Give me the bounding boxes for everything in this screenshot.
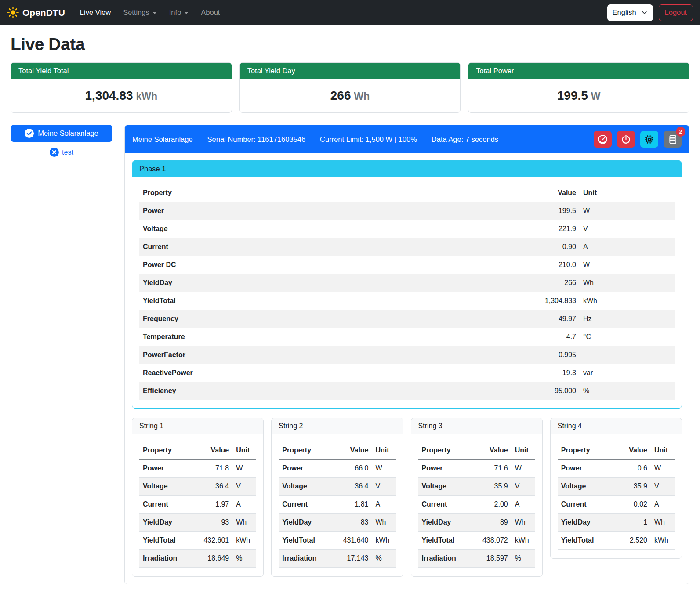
- page-title: Live Data: [11, 35, 689, 54]
- property-cell: Power: [139, 202, 522, 220]
- value-cell: 0.995: [522, 346, 580, 364]
- unit-cell: %: [372, 550, 396, 568]
- total-yield-total-card: Total Yield Total 1,304.83kWh: [11, 62, 232, 113]
- unit-cell: W: [580, 202, 675, 220]
- card-title: Total Yield Day: [240, 63, 461, 79]
- table-row: YieldDay266Wh: [139, 274, 675, 292]
- string-body: Property Value Unit Power66.0WVoltage36.…: [272, 434, 403, 576]
- unit-cell: [580, 346, 675, 364]
- power-icon: [621, 134, 631, 145]
- card-body: 266Wh: [240, 79, 461, 112]
- property-cell: YieldDay: [139, 514, 192, 532]
- table-row: Voltage36.4V: [279, 478, 395, 496]
- value-cell: 1.81: [332, 496, 372, 514]
- card-value: 266: [330, 89, 351, 102]
- table-row: Current0.02A: [558, 496, 675, 514]
- column-value: Value: [192, 441, 232, 460]
- logout-button[interactable]: Logout: [659, 4, 693, 21]
- property-cell: YieldDay: [279, 514, 331, 532]
- string-body: Property Value Unit Power0.6WVoltage35.9…: [551, 434, 682, 558]
- unit-cell: kWh: [580, 292, 675, 310]
- phase-card: Phase 1 Property Value Unit Power199.5WV…: [132, 160, 682, 409]
- table-row: Voltage36.4V: [139, 478, 256, 496]
- value-cell: 93: [192, 514, 232, 532]
- value-cell: 4.7: [522, 328, 580, 346]
- card-unit: Wh: [354, 90, 370, 102]
- journal-text-icon: [667, 134, 678, 145]
- phase-table: Property Value Unit Power199.5WVoltage22…: [139, 184, 675, 400]
- property-cell: Voltage: [558, 478, 610, 496]
- table-row: YieldDay1Wh: [558, 514, 675, 532]
- nav-item-live-view[interactable]: Live View: [75, 5, 116, 20]
- nav-item-label: About: [201, 8, 220, 17]
- property-cell: Temperature: [139, 328, 522, 346]
- table-row: Frequency49.97Hz: [139, 310, 675, 328]
- unit-cell: Wh: [511, 514, 535, 532]
- unit-cell: V: [372, 478, 396, 496]
- value-cell: 2.520: [610, 532, 651, 550]
- value-cell: 0.02: [610, 496, 651, 514]
- value-cell: 0.6: [610, 460, 651, 478]
- string-title: String 1: [132, 418, 263, 434]
- value-cell: 66.0: [332, 460, 372, 478]
- inverter-button-selected[interactable]: Meine Solaranlage: [11, 125, 112, 142]
- unit-cell: V: [232, 478, 256, 496]
- value-cell: 35.9: [610, 478, 651, 496]
- inverter-button-test[interactable]: test: [47, 147, 76, 157]
- inverter-button-label: Meine Solaranlage: [38, 129, 98, 137]
- card-value: 1,304.83: [85, 89, 133, 102]
- table-row: YieldTotal2.520kWh: [558, 532, 675, 550]
- property-cell: Power: [139, 460, 192, 478]
- power-toggle-button[interactable]: [617, 131, 635, 148]
- table-row: Power71.8W: [139, 460, 256, 478]
- value-cell: 199.5: [522, 202, 580, 220]
- page-content: Live Data Total Yield Total 1,304.83kWh …: [0, 25, 700, 591]
- unit-cell: kWh: [372, 532, 396, 550]
- limit-settings-button[interactable]: [594, 131, 612, 148]
- string-title: String 2: [272, 418, 403, 434]
- table-row: YieldTotal432.601kWh: [139, 532, 256, 550]
- inverter-limit: Current Limit: 1,500 W | 100%: [320, 135, 417, 144]
- unit-cell: W: [511, 460, 535, 478]
- property-cell: Current: [139, 496, 192, 514]
- property-cell: Irradiation: [279, 550, 331, 568]
- event-log-button[interactable]: 2: [664, 131, 682, 148]
- language-select[interactable]: English: [607, 4, 653, 21]
- unit-cell: A: [232, 496, 256, 514]
- unit-cell: W: [651, 460, 675, 478]
- table-row: YieldTotal438.072kWh: [418, 532, 535, 550]
- table-row: YieldTotal1,304.833kWh: [139, 292, 675, 310]
- brand[interactable]: OpenDTU: [7, 7, 65, 18]
- table-row: Power71.6W: [418, 460, 535, 478]
- unit-cell: A: [511, 496, 535, 514]
- column-unit: Unit: [651, 441, 675, 460]
- nav-item-info[interactable]: Info: [164, 5, 194, 20]
- table-row: Current0.90A: [139, 238, 675, 256]
- table-row: Current2.00A: [418, 496, 535, 514]
- table-row: Voltage221.9V: [139, 220, 675, 238]
- nav-item-settings[interactable]: Settings: [118, 5, 162, 20]
- property-cell: Power DC: [139, 256, 522, 274]
- value-cell: 1,304.833: [522, 292, 580, 310]
- inverter-name: Meine Solaranlage: [132, 135, 193, 144]
- property-cell: Voltage: [279, 478, 331, 496]
- device-info-button[interactable]: [640, 131, 658, 148]
- unit-cell: %: [511, 550, 535, 568]
- table-row: ReactivePower19.3var: [139, 364, 675, 382]
- column-value: Value: [522, 184, 580, 202]
- nav-item-about[interactable]: About: [196, 5, 225, 20]
- table-row: Temperature4.7°C: [139, 328, 675, 346]
- card-title: Total Power: [468, 63, 689, 79]
- table-row: YieldDay83Wh: [279, 514, 395, 532]
- column-property: Property: [139, 184, 522, 202]
- value-cell: 36.4: [332, 478, 372, 496]
- inverter-card: Meine Solaranlage Serial Number: 1161716…: [124, 125, 689, 584]
- value-cell: 210.0: [522, 256, 580, 274]
- string-body: Property Value Unit Power71.6WVoltage35.…: [411, 434, 542, 576]
- string-title: String 4: [551, 418, 682, 434]
- nav-item-label: Settings: [123, 8, 149, 17]
- value-cell: 221.9: [522, 220, 580, 238]
- total-yield-day-card: Total Yield Day 266Wh: [239, 62, 461, 113]
- property-cell: YieldDay: [558, 514, 610, 532]
- card-unit: W: [591, 90, 601, 102]
